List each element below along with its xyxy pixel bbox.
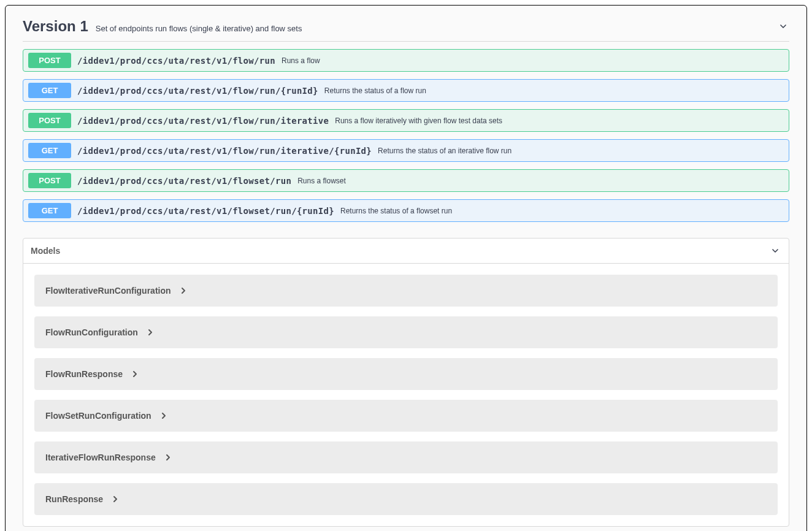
endpoint-row[interactable]: POST/iddev1/prod/ccs/uta/rest/v1/flow/ru…	[23, 109, 789, 132]
endpoint-description: Returns the status of an iterative flow …	[378, 147, 511, 155]
endpoint-path: /iddev1/prod/ccs/uta/rest/v1/flow/run	[77, 56, 275, 66]
model-item[interactable]: FlowRunResponse	[34, 358, 778, 390]
model-name: FlowRunConfiguration	[45, 327, 138, 337]
models-title: Models	[31, 246, 60, 256]
chevron-right-icon	[161, 412, 166, 419]
model-item[interactable]: FlowSetRunConfiguration	[34, 400, 778, 432]
chevron-right-icon	[148, 329, 153, 336]
endpoint-path: /iddev1/prod/ccs/uta/rest/v1/flow/run/it…	[77, 116, 329, 126]
endpoint-description: Returns the status of a flow run	[324, 86, 426, 95]
endpoint-description: Runs a flow iteratively with given flow …	[335, 117, 502, 125]
model-name: IterativeFlowRunResponse	[45, 453, 156, 462]
model-name: FlowSetRunConfiguration	[45, 411, 151, 421]
chevron-down-icon[interactable]	[769, 245, 781, 257]
http-method-badge: POST	[28, 53, 71, 68]
chevron-right-icon	[113, 495, 118, 503]
models-body: FlowIterativeRunConfigurationFlowRunConf…	[23, 264, 789, 526]
model-item[interactable]: FlowRunConfiguration	[34, 316, 778, 348]
models-panel: Models FlowIterativeRunConfigurationFlow…	[23, 238, 789, 527]
chevron-down-icon[interactable]	[777, 20, 789, 32]
model-item[interactable]: IterativeFlowRunResponse	[34, 441, 778, 473]
http-method-badge: POST	[28, 173, 71, 188]
http-method-badge: GET	[28, 83, 71, 98]
endpoint-description: Returns the status of a flowset run	[340, 207, 452, 215]
chevron-right-icon	[132, 370, 137, 378]
section-header[interactable]: Version 1 Set of endpoints run flows (si…	[23, 18, 789, 42]
models-header[interactable]: Models	[23, 239, 789, 264]
api-docs-panel: Version 1 Set of endpoints run flows (si…	[5, 5, 807, 531]
endpoint-row[interactable]: GET/iddev1/prod/ccs/uta/rest/v1/flow/run…	[23, 79, 789, 102]
endpoint-row[interactable]: GET/iddev1/prod/ccs/uta/rest/v1/flowset/…	[23, 199, 789, 222]
endpoint-row[interactable]: GET/iddev1/prod/ccs/uta/rest/v1/flow/run…	[23, 139, 789, 162]
endpoint-path: /iddev1/prod/ccs/uta/rest/v1/flow/run/{r…	[77, 86, 318, 96]
section-header-left: Version 1 Set of endpoints run flows (si…	[23, 18, 302, 35]
model-name: RunResponse	[45, 494, 103, 504]
section-description: Set of endpoints run flows (single & ite…	[96, 24, 302, 33]
endpoint-row[interactable]: POST/iddev1/prod/ccs/uta/rest/v1/flow/ru…	[23, 49, 789, 72]
chevron-right-icon	[181, 287, 186, 294]
model-name: FlowRunResponse	[45, 369, 123, 379]
section-title: Version 1	[23, 18, 88, 35]
model-item[interactable]: FlowIterativeRunConfiguration	[34, 275, 778, 307]
endpoints-list: POST/iddev1/prod/ccs/uta/rest/v1/flow/ru…	[23, 49, 789, 222]
endpoint-path: /iddev1/prod/ccs/uta/rest/v1/flow/run/it…	[77, 146, 372, 156]
endpoint-description: Runs a flowset	[297, 177, 346, 185]
http-method-badge: GET	[28, 143, 71, 158]
model-item[interactable]: RunResponse	[34, 483, 778, 515]
chevron-right-icon	[166, 454, 170, 461]
http-method-badge: POST	[28, 113, 71, 128]
endpoint-path: /iddev1/prod/ccs/uta/rest/v1/flowset/run	[77, 176, 291, 186]
endpoint-row[interactable]: POST/iddev1/prod/ccs/uta/rest/v1/flowset…	[23, 169, 789, 192]
http-method-badge: GET	[28, 203, 71, 218]
endpoint-description: Runs a flow	[282, 56, 320, 65]
endpoint-path: /iddev1/prod/ccs/uta/rest/v1/flowset/run…	[77, 206, 334, 216]
model-name: FlowIterativeRunConfiguration	[45, 286, 171, 296]
